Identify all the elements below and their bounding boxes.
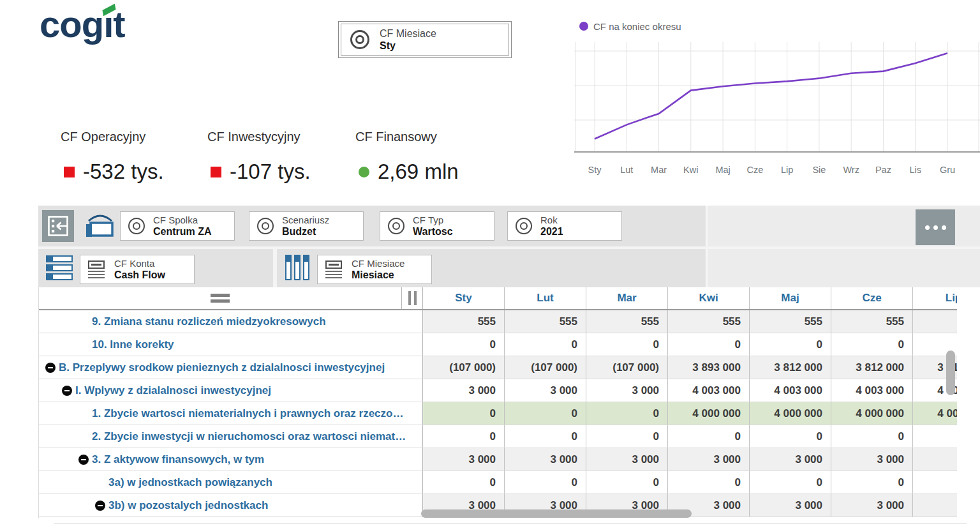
axis-chip-cf-konta[interactable]: CF KontaCash Flow [80,255,195,284]
chip-label: CF Miesiace [352,258,405,269]
value-cell[interactable]: 3 000 [586,448,668,471]
vertical-bars-icon[interactable] [401,287,423,309]
value-cell[interactable]: 3 000 [423,379,505,402]
value-cell[interactable]: 4 003 000 [831,379,913,402]
value-cell[interactable]: 0 [668,333,750,356]
value-cell[interactable]: 0 [586,425,668,448]
value-cell[interactable]: 0 [586,471,668,494]
value-cell[interactable]: (107 000) [586,356,668,379]
value-cell[interactable]: 3 000 [750,448,831,471]
column-header-sty[interactable]: Sty [423,287,505,309]
collapse-panel-button[interactable] [42,210,74,242]
value-cell[interactable]: 0 [913,425,957,448]
value-cell[interactable]: 555 [913,310,957,333]
value-cell[interactable]: 0 [668,471,750,494]
row-label-cell[interactable]: 3b) w pozostalych jednostkach [39,494,423,517]
value-cell[interactable]: 0 [586,333,668,356]
value-cell[interactable]: 3 000 [505,448,586,471]
value-cell[interactable]: 0 [586,402,668,425]
value-cell[interactable]: 4 000 000 [668,402,750,425]
value-cell[interactable]: 3 893 000 [668,356,750,379]
ellipsis-icon [925,225,930,230]
x-axis-label: Sty [588,165,602,175]
value-cell[interactable]: 4 000 000 [750,402,831,425]
dashboard: cogıt CF Miesiace Sty CF Operacyjny -532… [0,0,980,528]
column-header-lut[interactable]: Lut [505,287,586,309]
value-cell[interactable]: 0 [505,402,586,425]
minus-circle-icon[interactable] [95,501,105,511]
column-header-mar[interactable]: Mar [586,287,668,309]
value-cell[interactable]: 3 000 [750,494,831,517]
table-row: 2. Zbycie inwestycji w nieruchomosci ora… [39,425,957,448]
value-cell[interactable]: 0 [505,471,586,494]
axis-chip-cf-miesiace[interactable]: CF MiesiaceMiesiace [317,255,432,284]
value-cell[interactable]: 3 000 [668,448,750,471]
value-cell[interactable]: 0 [423,333,505,356]
value-cell[interactable]: 0 [423,402,505,425]
minus-circle-icon[interactable] [78,455,89,465]
value-cell[interactable]: 0 [750,425,831,448]
value-cell[interactable]: 3 000 [423,448,505,471]
value-cell[interactable]: 0 [750,471,831,494]
value-cell[interactable]: 3 000 [913,494,957,517]
row-label-cell[interactable]: 3. Z aktywow finansowych, w tym [39,448,423,471]
value-cell[interactable]: 4 003 000 [750,379,831,402]
column-header-kwi[interactable]: Kwi [668,287,750,309]
row-label-cell[interactable]: 10. Inne korekty [39,333,423,356]
columns-icon[interactable] [285,255,309,280]
row-labels-header[interactable] [39,287,401,309]
value-cell[interactable]: 0 [831,471,913,494]
value-cell[interactable]: 0 [423,425,505,448]
value-cell[interactable]: 0 [505,425,586,448]
value-cell[interactable]: 0 [668,425,750,448]
filter-chip-scenariusz[interactable]: ScenariuszBudzet [249,211,364,241]
value-cell[interactable]: 0 [913,471,957,494]
filter-chip-cf-typ[interactable]: CF TypWartosc [380,211,494,241]
value-cell[interactable]: 3 000 [913,448,957,471]
cf-miesiace-filter[interactable]: CF Miesiace Sty [338,21,512,58]
value-cell[interactable]: (107 000) [505,356,586,379]
minus-circle-icon[interactable] [62,386,72,396]
kpi-cf-finansowy: CF Finansowy 2,69 mln [355,130,459,184]
row-label-cell[interactable]: 9. Zmiana stanu rozliczeń miedzyokresowy… [39,310,423,333]
row-label-cell[interactable]: 2. Zbycie inwestycji w nieruchomosci ora… [39,425,423,448]
horizontal-scrollbar[interactable] [421,509,692,518]
row-label-cell[interactable]: 1. Zbycie wartosci niematerialnych i pra… [39,402,423,425]
filter-chip-rok[interactable]: Rok2021 [507,211,622,241]
value-cell[interactable]: 3 000 [831,448,913,471]
value-cell[interactable]: 3 000 [831,494,913,517]
value-cell[interactable]: 0 [831,425,913,448]
row-label-cell[interactable]: B. Przeplywy srodkow pienieznych z dzial… [39,356,423,379]
filter-chip-cf-spolka[interactable]: CF SpolkaCentrum ZA [120,211,235,241]
value-cell[interactable]: 0 [423,471,505,494]
column-header-cze[interactable]: Cze [831,287,913,309]
vertical-scrollbar[interactable] [946,351,955,395]
minus-circle-icon[interactable] [45,363,56,373]
row-label-cell[interactable]: I. Wplywy z dzialalnosci inwestycyjnej [39,379,423,402]
value-cell[interactable]: 555 [505,310,586,333]
value-cell[interactable]: 3 000 [505,379,586,402]
kpi-status-square-icon [64,167,75,177]
rows-icon[interactable] [46,255,73,282]
value-cell[interactable]: 4 003 000 [668,379,750,402]
row-label-cell[interactable]: 3a) w jednostkach powiązanych [39,471,423,494]
equals-handle-icon[interactable] [211,291,230,306]
value-cell[interactable]: 3 000 [586,379,668,402]
value-cell[interactable]: 555 [750,310,831,333]
value-cell[interactable]: 3 812 000 [831,356,913,379]
value-cell[interactable]: 3 812 000 [750,356,831,379]
value-cell[interactable]: 555 [668,310,750,333]
value-cell[interactable]: 555 [586,310,668,333]
value-cell[interactable]: 4 000 000 [831,402,913,425]
value-cell[interactable]: (107 000) [423,356,505,379]
value-cell[interactable]: 555 [423,310,505,333]
column-header-lip[interactable]: Lip [913,287,957,309]
value-cell[interactable]: 0 [750,333,831,356]
value-cell[interactable]: 0 [831,333,913,356]
drawer-icon[interactable] [83,213,117,239]
column-header-maj[interactable]: Maj [750,287,831,309]
value-cell[interactable]: 4 000 000 [913,402,957,425]
value-cell[interactable]: 0 [505,333,586,356]
more-options-button[interactable] [916,209,955,245]
value-cell[interactable]: 555 [831,310,913,333]
